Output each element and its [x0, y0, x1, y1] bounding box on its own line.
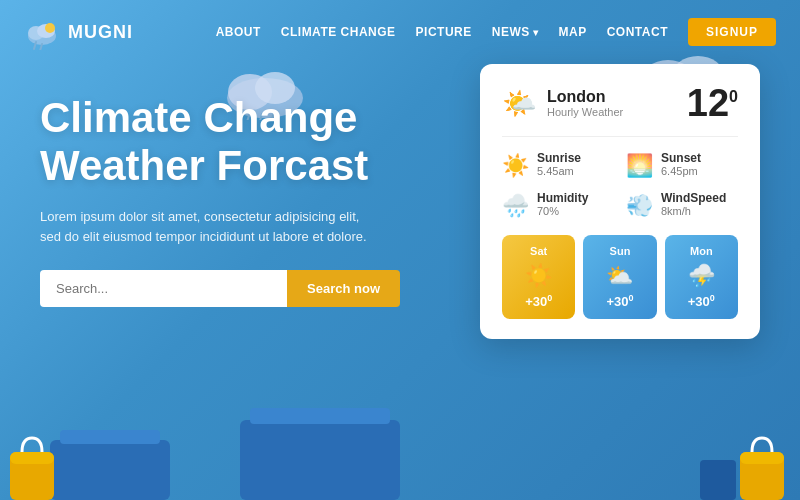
brand-name: MUGNI — [68, 22, 133, 43]
wind-value: 8km/h — [661, 205, 726, 217]
humidity-label: Humidity — [537, 191, 588, 205]
weather-city-info: London Hourly Weather — [547, 88, 623, 118]
day-sun-name: Sun — [591, 245, 648, 257]
weather-day-sat: Sat ☀️ +300 — [502, 235, 575, 319]
weather-stat-sunrise-info: Sunrise 5.45am — [537, 151, 581, 177]
weather-stat-humidity: 🌧️ Humidity 70% — [502, 191, 614, 219]
weather-city: London — [547, 88, 623, 106]
weather-stat-wind-info: WindSpeed 8km/h — [661, 191, 726, 217]
weather-card: 🌤️ London Hourly Weather 120 ☀️ Sunrise … — [480, 64, 760, 339]
search-row: Search now — [40, 270, 400, 307]
logo: MUGNI — [24, 14, 133, 50]
day-mon-temp: +300 — [673, 293, 730, 309]
sunrise-value: 5.45am — [537, 165, 581, 177]
nav-links: ABOUT CLIMATE CHANGE PICTURE NEWS MAP CO… — [216, 18, 776, 46]
humidity-icon: 🌧️ — [502, 193, 529, 219]
sunrise-label: Sunrise — [537, 151, 581, 165]
nav-picture[interactable]: PICTURE — [416, 25, 472, 39]
svg-point-16 — [45, 23, 55, 33]
day-sun-temp: +300 — [591, 293, 648, 309]
wind-label: WindSpeed — [661, 191, 726, 205]
day-mon-name: Mon — [673, 245, 730, 257]
hero-description: Lorem ipsum dolor sit amet, consectetur … — [40, 207, 380, 249]
nav-news[interactable]: NEWS — [492, 25, 539, 39]
day-sat-icon: ☀️ — [510, 263, 567, 289]
weather-stats-grid: ☀️ Sunrise 5.45am 🌅 Sunset 6.45pm 🌧️ Hum… — [502, 151, 738, 219]
hero-left: Climate Change Weather Forcast Lorem ips… — [40, 74, 440, 307]
weather-main-icon: 🌤️ — [502, 87, 537, 120]
sunset-value: 6.45pm — [661, 165, 701, 177]
day-mon-icon: ⛈️ — [673, 263, 730, 289]
weather-city-row: 🌤️ London Hourly Weather — [502, 87, 623, 120]
weather-days: Sat ☀️ +300 Sun ⛅ +300 Mon ⛈️ +300 — [502, 235, 738, 319]
wind-icon: 💨 — [626, 193, 653, 219]
weather-temp-unit: 0 — [729, 88, 738, 105]
hero-title-line2: Weather Forcast — [40, 142, 368, 189]
nav-climate[interactable]: CLIMATE CHANGE — [281, 25, 396, 39]
weather-stat-sunset: 🌅 Sunset 6.45pm — [626, 151, 738, 179]
hero-title-line1: Climate Change — [40, 94, 357, 141]
weather-stat-sunrise: ☀️ Sunrise 5.45am — [502, 151, 614, 179]
hero-title: Climate Change Weather Forcast — [40, 94, 440, 191]
day-sat-name: Sat — [510, 245, 567, 257]
nav-contact[interactable]: CONTACT — [607, 25, 668, 39]
logo-icon — [24, 14, 60, 50]
navbar: MUGNI ABOUT CLIMATE CHANGE PICTURE NEWS … — [0, 0, 800, 64]
sunset-label: Sunset — [661, 151, 701, 165]
sunrise-icon: ☀️ — [502, 153, 529, 179]
weather-temp-value: 12 — [687, 82, 729, 124]
nav-about[interactable]: ABOUT — [216, 25, 261, 39]
weather-stat-wind: 💨 WindSpeed 8km/h — [626, 191, 738, 219]
weather-temperature: 120 — [687, 84, 738, 122]
sunset-icon: 🌅 — [626, 153, 653, 179]
weather-card-header: 🌤️ London Hourly Weather 120 — [502, 84, 738, 137]
weather-stat-sunset-info: Sunset 6.45pm — [661, 151, 701, 177]
weather-stat-humidity-info: Humidity 70% — [537, 191, 588, 217]
day-sat-temp: +300 — [510, 293, 567, 309]
weather-day-sun: Sun ⛅ +300 — [583, 235, 656, 319]
humidity-value: 70% — [537, 205, 588, 217]
hero-section: Climate Change Weather Forcast Lorem ips… — [0, 74, 800, 339]
day-sun-icon: ⛅ — [591, 263, 648, 289]
weather-day-mon: Mon ⛈️ +300 — [665, 235, 738, 319]
weather-subtitle: Hourly Weather — [547, 106, 623, 118]
signup-button[interactable]: SIGNUP — [688, 18, 776, 46]
search-input[interactable] — [40, 270, 287, 307]
nav-map[interactable]: MAP — [559, 25, 587, 39]
search-button[interactable]: Search now — [287, 270, 400, 307]
